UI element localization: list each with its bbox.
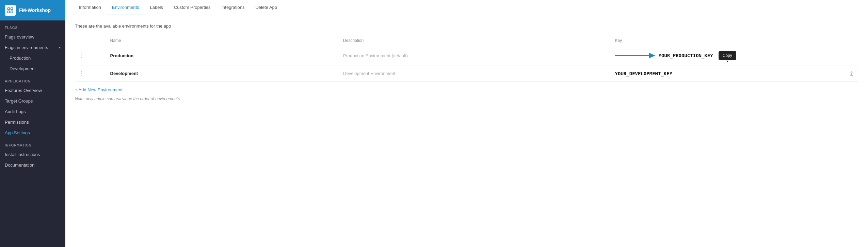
sidebar-item-permissions[interactable]: Permissions xyxy=(0,117,65,127)
flags-in-environments-label: Flags in environments xyxy=(5,45,48,50)
tab-environments[interactable]: Environments xyxy=(107,0,144,15)
sidebar: FM-Workshop FLAGS Flags overview Flags i… xyxy=(0,0,65,247)
content-subtitle: These are the available environments for… xyxy=(75,24,858,29)
col-header-name: Name xyxy=(106,35,339,46)
sidebar-header: FM-Workshop xyxy=(0,0,65,20)
sidebar-item-flags-overview[interactable]: Flags overview xyxy=(0,32,65,42)
delete-icon[interactable]: 🗑 xyxy=(849,71,854,76)
tab-delete-app[interactable]: Delete App xyxy=(250,0,283,15)
expand-icon: ▾ xyxy=(59,46,61,49)
env-name-production: Production xyxy=(110,53,134,58)
app-name: FM-Workshop xyxy=(19,7,51,13)
col-header-key: Key xyxy=(611,35,845,46)
sidebar-item-flags-in-environments[interactable]: Flags in environments ▾ xyxy=(0,42,65,53)
drag-handle-icon[interactable]: ⋮ xyxy=(79,53,84,59)
env-desc-development: Development Environment xyxy=(343,71,395,76)
env-name-development: Development xyxy=(110,71,138,76)
table-row: ⋮ Development Development Environment YO… xyxy=(75,65,858,82)
environments-content: These are the available environments for… xyxy=(65,15,868,247)
svg-marker-5 xyxy=(649,53,655,58)
env-desc-production: Production Environment (default) xyxy=(343,53,408,58)
svg-rect-3 xyxy=(11,11,13,13)
tab-labels[interactable]: Labels xyxy=(145,0,168,15)
env-key-development: YOUR_DEVELOPMENT_KEY xyxy=(615,71,673,76)
copy-tooltip[interactable]: Copy xyxy=(719,51,736,60)
tab-bar: Information Environments Labels Custom P… xyxy=(65,0,868,15)
table-row: ⋮ Production Production Environment (def… xyxy=(75,46,858,65)
add-new-environment-button[interactable]: + Add New Environment xyxy=(75,87,123,92)
information-section-label: INFORMATION xyxy=(0,138,65,149)
sidebar-item-features-overview[interactable]: Features Overview xyxy=(0,85,65,96)
tab-information[interactable]: Information xyxy=(74,0,107,15)
environments-table: Name Description Key ⋮ Production Pro xyxy=(75,35,858,82)
svg-rect-0 xyxy=(8,8,10,10)
annotation-arrow xyxy=(615,51,656,60)
flags-overview-label: Flags overview xyxy=(5,34,34,40)
sidebar-item-production[interactable]: Production xyxy=(0,53,65,63)
tab-integrations[interactable]: Integrations xyxy=(216,0,250,15)
sidebar-item-app-settings[interactable]: App Settings xyxy=(0,127,65,138)
sidebar-item-audit-logs[interactable]: Audit Logs xyxy=(0,106,65,117)
env-key-production: YOUR_PRODUCTION_KEY xyxy=(659,53,713,58)
sidebar-item-development[interactable]: Development xyxy=(0,63,65,74)
application-section-label: APPLICATION xyxy=(0,74,65,85)
sidebar-item-install-instructions[interactable]: Install instructions xyxy=(0,149,65,160)
main-content: Information Environments Labels Custom P… xyxy=(65,0,868,247)
flags-section-label: FLAGS xyxy=(0,20,65,32)
production-key-cell: YOUR_PRODUCTION_KEY Copy xyxy=(615,51,841,60)
drag-handle-icon[interactable]: ⋮ xyxy=(79,71,84,76)
col-header-description: Description xyxy=(339,35,611,46)
app-logo xyxy=(5,5,16,16)
sidebar-item-documentation[interactable]: Documentation xyxy=(0,160,65,170)
sidebar-item-target-groups[interactable]: Target Groups xyxy=(0,96,65,106)
admin-note: Note: only admin can rearrange the order… xyxy=(75,96,858,101)
svg-rect-2 xyxy=(8,11,10,13)
svg-rect-1 xyxy=(11,8,13,10)
tab-custom-properties[interactable]: Custom Properties xyxy=(168,0,216,15)
